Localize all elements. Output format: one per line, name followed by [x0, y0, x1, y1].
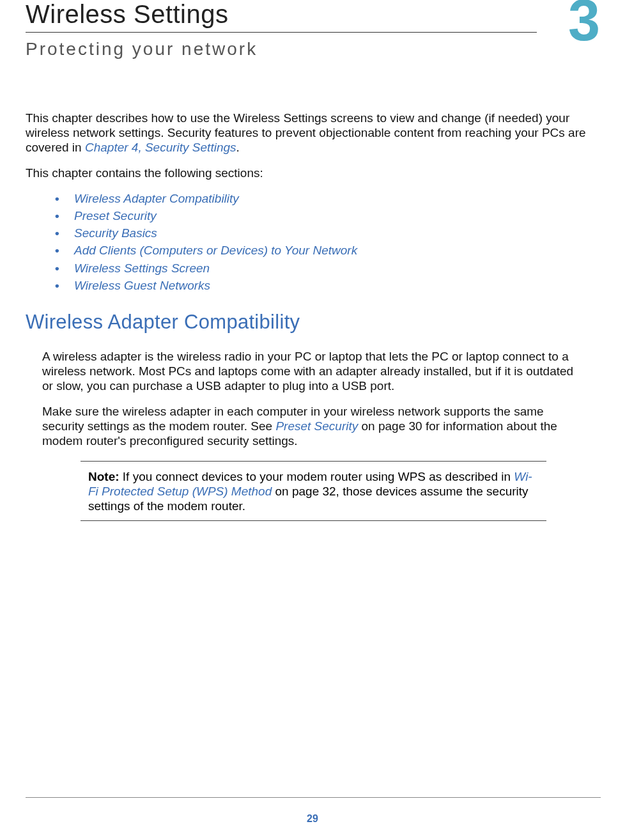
footer-rule: [26, 797, 601, 798]
link-chapter-4[interactable]: Chapter 4, Security Settings: [85, 141, 236, 154]
text-fragment: .: [236, 141, 240, 154]
header-wrap: Wireless Settings 3 Protecting your netw…: [26, 0, 591, 59]
chapter-number: 3: [568, 0, 600, 49]
page-number: 29: [0, 813, 625, 825]
section-body: A wireless adapter is the wireless radio…: [26, 349, 591, 521]
toc-item-preset-security[interactable]: Preset Security: [55, 208, 591, 224]
chapter-subtitle: Protecting your network: [26, 39, 591, 59]
toc-item-add-clients[interactable]: Add Clients (Computers or Devices) to Yo…: [55, 242, 591, 259]
section-heading-wireless-adapter-compatibility: Wireless Adapter Compatibility: [26, 311, 591, 334]
toc-item-security-basics[interactable]: Security Basics: [55, 225, 591, 242]
note-label: Note:: [88, 470, 123, 483]
page-content: Wireless Settings 3 Protecting your netw…: [0, 0, 613, 521]
link-preset-security[interactable]: Preset Security: [275, 419, 358, 433]
intro-paragraph-2: This chapter contains the following sect…: [26, 166, 591, 180]
toc-item-wireless-guest-networks[interactable]: Wireless Guest Networks: [55, 277, 591, 294]
text-fragment: If you connect devices to your modem rou…: [123, 470, 514, 483]
toc-list: Wireless Adapter Compatibility Preset Se…: [26, 191, 591, 294]
note-content: Note: If you connect devices to your mod…: [86, 469, 541, 514]
section1-paragraph-1: A wireless adapter is the wireless radio…: [42, 349, 585, 394]
note-box: Note: If you connect devices to your mod…: [81, 461, 546, 521]
toc-item-wireless-settings-screen[interactable]: Wireless Settings Screen: [55, 260, 591, 277]
section1-paragraph-2: Make sure the wireless adapter in each c…: [42, 404, 585, 449]
toc-item-wireless-adapter-compatibility[interactable]: Wireless Adapter Compatibility: [55, 191, 591, 207]
chapter-title: Wireless Settings: [26, 0, 591, 28]
intro-paragraph-1: This chapter describes how to use the Wi…: [26, 111, 591, 155]
header-rule: [26, 32, 537, 33]
